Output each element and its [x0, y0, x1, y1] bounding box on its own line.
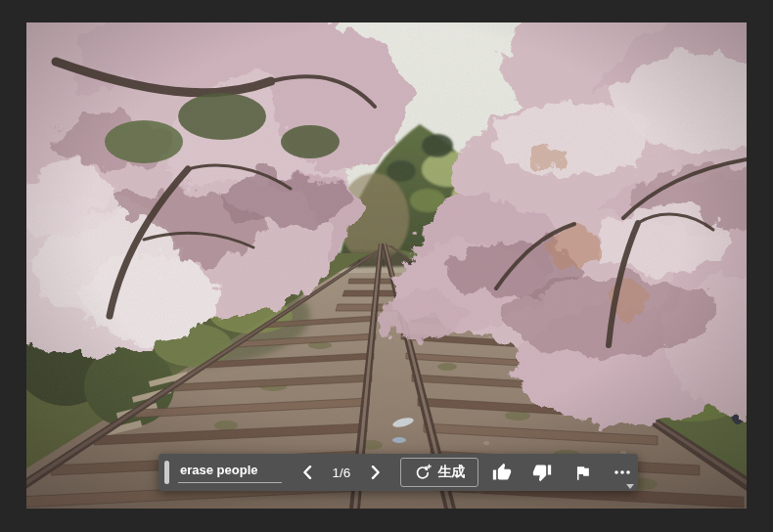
thumbs-up-icon: [492, 463, 512, 482]
vignette: [26, 22, 747, 509]
chevron-left-icon: [302, 466, 312, 479]
photo-scene: [26, 22, 747, 509]
canvas-image[interactable]: [26, 22, 747, 509]
regenerate-icon: [414, 464, 432, 481]
caret-down-icon[interactable]: [626, 484, 634, 489]
more-options-button[interactable]: [611, 459, 634, 486]
flag-icon: [573, 464, 592, 482]
chevron-right-icon: [371, 466, 381, 479]
drag-handle[interactable]: [164, 461, 169, 484]
previous-variation-button[interactable]: [296, 459, 319, 486]
thumbs-up-button[interactable]: [490, 459, 514, 486]
generate-label: 生成: [438, 464, 466, 481]
thumbs-down-button[interactable]: [530, 459, 554, 486]
app-window: { "window": { "background_color": "#2626…: [0, 0, 773, 532]
ellipsis-icon: [614, 469, 631, 475]
next-variation-button[interactable]: [364, 459, 387, 486]
thumbs-down-icon: [532, 463, 552, 482]
generate-button[interactable]: 生成: [400, 458, 478, 487]
report-button[interactable]: [570, 459, 594, 486]
variation-pager: 1/6: [321, 466, 362, 480]
prompt-input[interactable]: [178, 463, 282, 483]
contextual-taskbar: 1/6 生成: [159, 454, 638, 491]
